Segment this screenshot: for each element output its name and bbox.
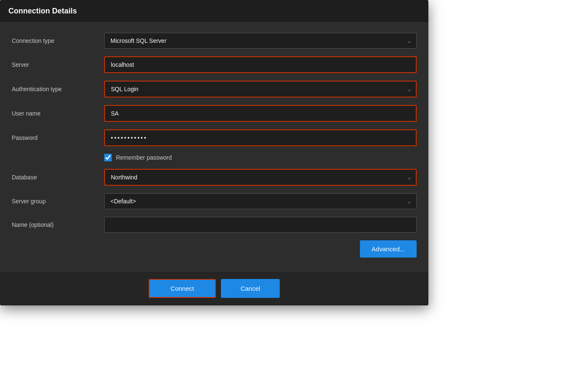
name-optional-label: Name (optional) — [12, 221, 104, 228]
server-control — [104, 56, 417, 73]
database-select[interactable]: Northwindmastertempdbmodel — [104, 169, 417, 186]
username-control — [104, 105, 417, 122]
connect-button[interactable]: Connect — [149, 279, 216, 298]
auth-type-select[interactable]: SQL LoginWindows AuthenticationAzure Act… — [104, 81, 417, 97]
connection-type-select[interactable]: Microsoft SQL ServerPostgreSQLMySQLSQLit… — [104, 33, 417, 49]
auth-type-row: Authentication type SQL LoginWindows Aut… — [12, 81, 417, 97]
name-optional-control — [104, 217, 417, 233]
page-backdrop: Connection Details Connection type Micro… — [0, 0, 588, 384]
cancel-button[interactable]: Cancel — [221, 279, 280, 298]
remember-password-row: Remember password — [104, 154, 417, 161]
password-label: Password — [12, 134, 104, 141]
username-row: User name — [12, 105, 417, 122]
server-input[interactable] — [104, 56, 417, 73]
dialog-body: Connection type Microsoft SQL ServerPost… — [0, 23, 428, 271]
server-group-row: Server group <Default>Group 1Group 2 ⌵ — [12, 193, 417, 209]
name-optional-input[interactable] — [104, 217, 417, 233]
password-row: Password — [12, 129, 417, 146]
name-optional-row: Name (optional) — [12, 217, 417, 233]
username-input[interactable] — [104, 105, 417, 122]
server-label: Server — [12, 61, 104, 68]
password-input[interactable] — [104, 129, 417, 146]
server-group-control: <Default>Group 1Group 2 ⌵ — [104, 193, 417, 209]
connection-type-row: Connection type Microsoft SQL ServerPost… — [12, 33, 417, 49]
remember-password-checkbox[interactable] — [104, 154, 112, 161]
auth-type-label: Authentication type — [12, 86, 104, 92]
password-control — [104, 129, 417, 146]
database-row: Database Northwindmastertempdbmodel ⌵ — [12, 169, 417, 186]
database-control: Northwindmastertempdbmodel ⌵ — [104, 169, 417, 186]
username-label: User name — [12, 110, 104, 117]
server-group-select[interactable]: <Default>Group 1Group 2 — [104, 193, 417, 209]
database-label: Database — [12, 174, 104, 181]
dialog-footer: Connect Cancel — [0, 271, 428, 305]
connection-details-dialog: Connection Details Connection type Micro… — [0, 0, 428, 305]
dialog-title: Connection Details — [8, 7, 77, 15]
connection-type-control: Microsoft SQL ServerPostgreSQLMySQLSQLit… — [104, 33, 417, 49]
advanced-row: Advanced... — [12, 240, 417, 258]
advanced-button[interactable]: Advanced... — [360, 240, 417, 258]
server-row: Server — [12, 56, 417, 73]
dialog-header: Connection Details — [0, 0, 428, 23]
server-group-label: Server group — [12, 198, 104, 205]
connection-type-label: Connection type — [12, 37, 104, 44]
remember-password-label: Remember password — [116, 154, 172, 161]
auth-type-control: SQL LoginWindows AuthenticationAzure Act… — [104, 81, 417, 97]
